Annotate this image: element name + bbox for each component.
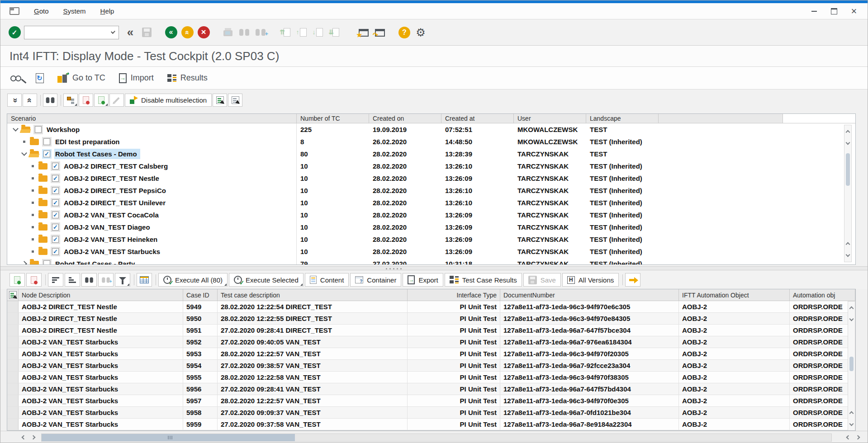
command-field[interactable] — [24, 26, 119, 39]
tree-row[interactable]: AOBJ-2 DIRECT_TEST Unilever1028.02.20201… — [7, 197, 855, 209]
tree-column-num-tc[interactable]: Number of TC — [297, 114, 369, 123]
grid-vertical-scrollbar[interactable] — [848, 301, 855, 431]
horizontal-scroll-thumb[interactable] — [42, 434, 295, 441]
minimize-icon[interactable] — [811, 8, 818, 15]
horizontal-scrollbar[interactable] — [0, 431, 868, 443]
tree-column-created-at[interactable]: Created at — [441, 114, 514, 123]
column-test-case-description[interactable]: Test case description — [218, 289, 408, 301]
menu-goto[interactable]: Goto — [27, 5, 56, 18]
scroll-right-icon[interactable] — [28, 433, 39, 443]
checkbox-checked[interactable] — [51, 161, 60, 171]
column-document-number[interactable]: DocumentNumber — [500, 289, 679, 301]
maximize-icon[interactable] — [830, 8, 838, 15]
app-window-icon[interactable] — [9, 7, 19, 15]
table-view-button[interactable] — [137, 273, 152, 287]
close-icon[interactable] — [850, 8, 858, 15]
results-button[interactable]: Results — [167, 73, 208, 83]
row-selector-cell[interactable] — [7, 313, 19, 324]
collapse-node-icon[interactable] — [12, 128, 19, 131]
table-row[interactable]: AOBJ-2 VAN_TEST Starbucks595328.02.2020 … — [7, 348, 855, 360]
grid-save-button[interactable]: Save — [523, 273, 561, 287]
tree-vertical-scrollbar[interactable] — [844, 125, 852, 262]
column-interface-type[interactable]: Interface Type — [408, 289, 500, 301]
tree-find-button[interactable] — [43, 94, 57, 107]
help-button[interactable] — [398, 24, 411, 41]
row-selector-cell[interactable] — [7, 407, 19, 418]
row-selector-cell[interactable] — [7, 395, 19, 406]
tree-row[interactable]: AOBJ-2 VAN_TEST Heineken1028.02.202013:2… — [7, 233, 855, 245]
sort-ascending-button[interactable] — [48, 273, 63, 287]
row-selector-cell[interactable] — [7, 419, 19, 430]
back-button[interactable] — [164, 24, 178, 41]
row-selector-cell[interactable] — [7, 348, 19, 359]
table-row[interactable]: AOBJ-2 DIRECT_TEST Nestle595028.02.2020 … — [7, 313, 855, 325]
display-change-button[interactable] — [10, 75, 22, 81]
execute-selected-button[interactable]: Execute Selected — [229, 273, 304, 287]
column-automation-object[interactable]: Automation obj — [790, 289, 855, 301]
tree-row[interactable]: Robot Test Cases - Party7927.02.202010:3… — [7, 258, 855, 264]
tree-row[interactable]: AOBJ-2 DIRECT_TEST PepsiCo1028.02.202013… — [7, 184, 855, 197]
print-button[interactable] — [221, 24, 235, 41]
tree-column-scenario[interactable]: Scenario — [7, 114, 297, 123]
test-case-results-button[interactable]: Test Case Results — [445, 273, 522, 287]
tree-column-user[interactable]: User — [514, 114, 586, 123]
new-session-button[interactable]: ★ — [357, 24, 370, 41]
scroll-up-icon[interactable] — [848, 302, 855, 313]
splitter-grip-icon[interactable] — [386, 268, 387, 269]
insert-node-button[interactable] — [94, 94, 109, 107]
container-button[interactable]: Container — [350, 273, 401, 287]
scroll-left-icon[interactable] — [18, 433, 28, 443]
row-selector-cell[interactable] — [7, 325, 19, 336]
checkbox-checked[interactable] — [51, 247, 60, 256]
row-selector-cell[interactable] — [7, 336, 19, 348]
menu-system[interactable]: System — [56, 5, 93, 18]
column-node-description[interactable]: Node Description — [19, 289, 183, 301]
scroll-down-icon[interactable] — [844, 250, 851, 261]
tree-row[interactable]: AOBJ-2 VAN_TEST Diageo1028.02.202013:26:… — [7, 221, 855, 233]
tree-row[interactable]: AOBJ-2 DIRECT_TEST Nestle1028.02.202013:… — [7, 172, 855, 184]
scroll-down-icon[interactable] — [848, 419, 855, 430]
scroll-up-icon[interactable] — [844, 126, 851, 137]
scroll-right-icon[interactable] — [853, 433, 864, 443]
tree-row[interactable]: EDI test preparation826.02.202014:48:50M… — [7, 136, 855, 148]
deselect-subtree-button[interactable] — [228, 94, 242, 107]
table-row[interactable]: AOBJ-2 VAN_TEST Starbucks595927.02.2020 … — [7, 419, 855, 430]
expand-all-button[interactable] — [7, 94, 22, 107]
select-all-header-cell[interactable] — [7, 289, 19, 301]
row-selector-cell[interactable] — [7, 383, 19, 395]
row-selector-cell[interactable] — [7, 372, 19, 383]
grid-find-next-button[interactable]: + — [98, 273, 114, 287]
tree-row[interactable]: Workshop22519.09.201907:52:51MKOWALCZEWS… — [7, 123, 855, 136]
create-shortcut-button[interactable]: ↷ — [373, 24, 387, 41]
insert-row-button[interactable] — [9, 273, 25, 287]
collapse-node-icon[interactable] — [20, 153, 28, 155]
collapse-all-button[interactable] — [23, 94, 37, 107]
last-page-button[interactable]: ⇊ — [327, 24, 341, 41]
scrollbar-thumb[interactable] — [846, 153, 850, 186]
disable-multiselection-button[interactable]: Disable multiselection — [125, 94, 212, 107]
page-up-button[interactable]: ↑ — [294, 24, 308, 41]
edit-node-button[interactable] — [109, 94, 124, 107]
all-versions-button[interactable]: All Versions — [562, 273, 619, 287]
checkbox-unchecked[interactable] — [42, 259, 52, 264]
goto-tc-button[interactable]: Go to TC — [57, 73, 105, 83]
grid-find-button[interactable] — [81, 273, 97, 287]
enter-button[interactable] — [8, 24, 21, 41]
checkbox-checked[interactable] — [51, 235, 60, 244]
delete-row-button[interactable] — [26, 273, 42, 287]
checkbox-checked[interactable] — [51, 174, 60, 183]
command-input[interactable] — [24, 26, 112, 39]
tree-row[interactable]: AOBJ-2 DIRECT_TEST Calsberg1028.02.20201… — [7, 160, 855, 172]
column-case-id[interactable]: Case ID — [183, 289, 218, 301]
execute-all-button[interactable]: Execute All (80) — [158, 273, 228, 287]
tree-row[interactable]: AOBJ-2 VAN_TEST Starbucks1028.02.202013:… — [7, 245, 855, 258]
find-next-button[interactable]: + — [254, 24, 267, 41]
filter-button[interactable] — [115, 273, 130, 287]
tree-column-created-on[interactable]: Created on — [369, 114, 441, 123]
select-subtree-button[interactable] — [213, 94, 227, 107]
sort-descending-button[interactable] — [65, 273, 80, 287]
cancel-button[interactable] — [197, 24, 210, 41]
checkbox-checked[interactable] — [51, 198, 60, 207]
table-row[interactable]: AOBJ-2 VAN_TEST Starbucks595728.02.2020 … — [7, 395, 855, 407]
scrollbar-thumb[interactable] — [849, 357, 854, 371]
